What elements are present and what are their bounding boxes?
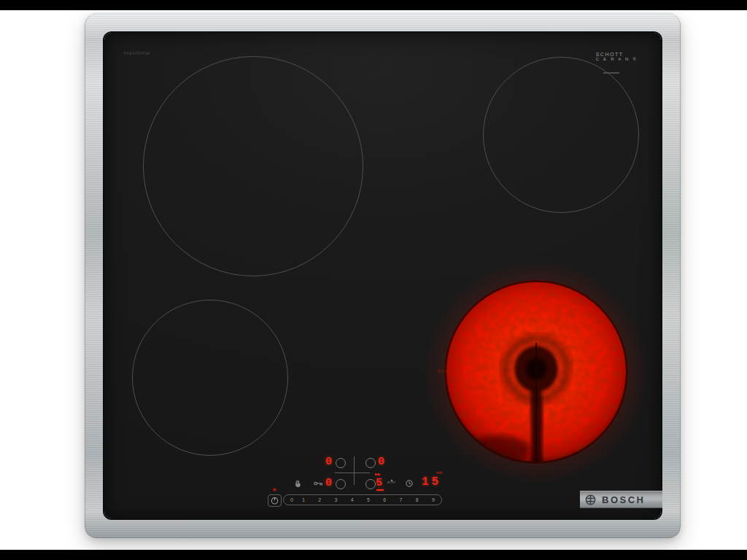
zone-select-key-top-right[interactable] bbox=[365, 458, 376, 468]
bosch-armature-icon bbox=[585, 494, 596, 505]
slider-dot: · bbox=[327, 498, 328, 502]
zone-level-display-bottom-left: 0 bbox=[325, 478, 332, 489]
cooktop-steel-frame: PKE645FP2E SCHOTT C E R A N ® bbox=[85, 13, 681, 538]
power-level-slider[interactable]: 01·2·3·4·5·6·7·8·9 bbox=[283, 494, 442, 505]
power-key[interactable] bbox=[268, 494, 282, 507]
boost-active-indicator: ▶▶ bbox=[375, 472, 381, 476]
slider-level-0[interactable]: 0 bbox=[290, 497, 293, 502]
boost-key-label: BOOST bbox=[387, 481, 396, 484]
power-on-indicator bbox=[274, 489, 276, 491]
slider-level-4[interactable]: 4 bbox=[351, 497, 354, 502]
slider-level-8[interactable]: 8 bbox=[416, 497, 419, 502]
bosch-badge: BOSCH bbox=[580, 491, 662, 508]
boost-key[interactable]: ▲ BOOST bbox=[387, 478, 396, 484]
active-burner-bottom-right bbox=[443, 279, 630, 465]
timer-unit-label: min bbox=[436, 470, 442, 475]
cooktop-glass-surface: PKE645FP2E SCHOTT C E R A N ® bbox=[104, 33, 661, 518]
key-icon bbox=[314, 482, 322, 485]
burner-ring-top-right bbox=[483, 57, 639, 213]
hand-icon bbox=[295, 480, 301, 487]
schott-logo-line1: SCHOTT bbox=[596, 52, 638, 57]
slider-level-5[interactable]: 5 bbox=[367, 497, 370, 502]
letterbox-bar-top bbox=[0, 0, 747, 10]
zone-select-key-bottom-left[interactable] bbox=[336, 479, 346, 489]
childlock-key[interactable] bbox=[314, 481, 323, 486]
slider-dot: · bbox=[392, 498, 393, 502]
zone-level-display-top-right: 0 bbox=[378, 456, 384, 467]
letterbox-bar-bottom bbox=[0, 550, 747, 560]
slider-level-6[interactable]: 6 bbox=[383, 497, 386, 502]
zone-map-divider-vertical bbox=[354, 456, 355, 485]
zone-level-display-bottom-right: 5 bbox=[376, 478, 382, 489]
slider-level-1[interactable]: 1 bbox=[302, 497, 305, 502]
slider-dot: · bbox=[425, 498, 426, 502]
zone-map-divider-horizontal bbox=[335, 472, 370, 473]
model-number-marking: PKE645FP2E bbox=[124, 51, 150, 55]
slider-dot: · bbox=[311, 498, 312, 502]
timer-display: 15 bbox=[422, 476, 441, 488]
burner-ring-top-left bbox=[143, 56, 363, 276]
slider-dot: · bbox=[376, 498, 377, 502]
slider-dot: · bbox=[409, 498, 410, 502]
bosch-brand-text: BOSCH bbox=[602, 494, 645, 505]
pause-key[interactable] bbox=[294, 479, 302, 488]
slider-level-7[interactable]: 7 bbox=[400, 497, 403, 502]
slider-level-3[interactable]: 3 bbox=[335, 497, 338, 502]
timer-key[interactable] bbox=[406, 480, 413, 487]
zone-select-key-top-left[interactable] bbox=[336, 458, 346, 468]
boost-glass-marking: BOOST bbox=[438, 369, 452, 373]
selected-zone-underline bbox=[376, 489, 384, 491]
slider-level-9[interactable]: 9 bbox=[432, 497, 435, 502]
zone-select-key-bottom-right[interactable] bbox=[365, 479, 376, 489]
product-photo: PKE645FP2E SCHOTT C E R A N ® bbox=[0, 0, 747, 560]
slider-dot: · bbox=[344, 498, 345, 502]
slider-dot: · bbox=[360, 498, 361, 502]
slider-level-2[interactable]: 2 bbox=[318, 497, 321, 502]
schott-logo-line2: C E R A N ® bbox=[596, 57, 638, 62]
zone-level-display-top-left: 0 bbox=[325, 456, 332, 467]
burner-ring-bottom-left bbox=[132, 300, 288, 456]
power-icon bbox=[271, 497, 279, 505]
clock-icon bbox=[406, 481, 412, 486]
